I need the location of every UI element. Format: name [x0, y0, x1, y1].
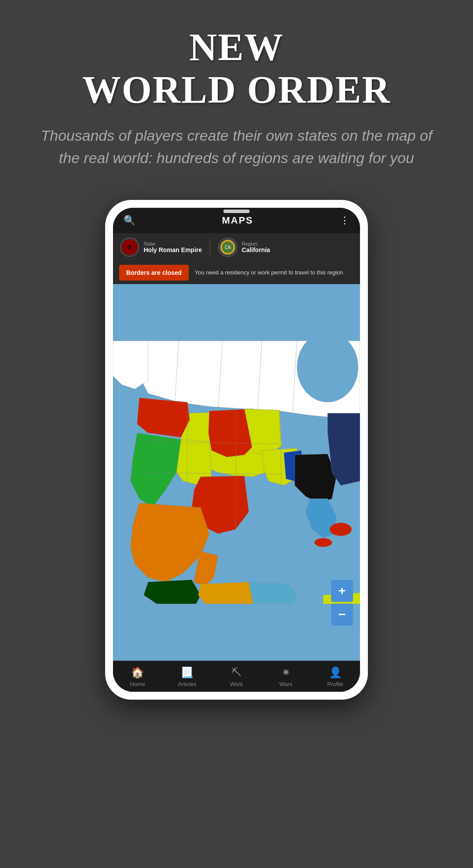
- articles-label: Articles: [178, 681, 197, 687]
- articles-icon: 📃: [180, 666, 194, 679]
- region-info: CA Region: California: [218, 238, 270, 257]
- home-icon: 🏠: [131, 666, 144, 679]
- search-icon[interactable]: 🔍: [124, 215, 135, 226]
- bottom-nav: 🏠 Home 📃 Articles ⛏ Work ✷ Wars 👤 P: [113, 661, 360, 692]
- svg-text:⚜: ⚜: [126, 243, 133, 252]
- svg-point-11: [297, 332, 358, 402]
- nav-wars[interactable]: ✷ Wars: [261, 666, 311, 687]
- main-title: New World Order: [35, 26, 438, 111]
- work-label: Work: [230, 681, 243, 687]
- border-notice-text: You need a residency or work permit to t…: [195, 269, 343, 277]
- map-svg: [113, 284, 360, 661]
- zoom-in-button[interactable]: +: [331, 580, 353, 602]
- border-notice-bar: Borders are closed You need a residency …: [113, 261, 360, 284]
- nav-home[interactable]: 🏠 Home: [113, 666, 162, 687]
- region-value: California: [242, 246, 270, 253]
- phone-container: 🔍 Maps ⋮ ⚜ State: Holy Roma: [0, 200, 473, 700]
- svg-point-26: [330, 523, 352, 536]
- svg-marker-30: [198, 582, 258, 604]
- wars-label: Wars: [279, 681, 293, 687]
- info-divider: [210, 238, 210, 256]
- state-text: State: Holy Roman Empire: [144, 241, 202, 253]
- app-title: Maps: [222, 215, 254, 226]
- border-closed-button[interactable]: Borders are closed: [119, 265, 189, 281]
- svg-marker-29: [144, 580, 201, 604]
- nav-work[interactable]: ⛏ Work: [212, 666, 261, 687]
- nav-profile[interactable]: 👤 Profile: [311, 666, 360, 687]
- nav-articles[interactable]: 📃 Articles: [162, 666, 212, 687]
- more-options-icon[interactable]: ⋮: [340, 215, 349, 226]
- state-info: ⚜ State: Holy Roman Empire: [120, 238, 202, 257]
- work-icon: ⛏: [231, 666, 242, 679]
- phone-speaker: [223, 210, 250, 213]
- state-emblem: ⚜: [120, 238, 139, 257]
- state-label: State:: [144, 241, 202, 246]
- state-value: Holy Roman Empire: [144, 246, 202, 253]
- info-bar: ⚜ State: Holy Roman Empire CA: [113, 233, 360, 261]
- profile-label: Profile: [327, 681, 343, 687]
- subtitle-text: Thousands of players create their own st…: [35, 125, 438, 169]
- zoom-controls: + −: [331, 580, 353, 626]
- region-text: Region: California: [242, 241, 270, 253]
- phone-outer: 🔍 Maps ⋮ ⚜ State: Holy Roma: [105, 200, 368, 700]
- wars-icon: ✷: [282, 666, 290, 679]
- zoom-out-button[interactable]: −: [331, 604, 353, 626]
- header-section: New World Order Thousands of players cre…: [0, 0, 473, 182]
- svg-text:CA: CA: [225, 245, 231, 250]
- profile-icon: 👤: [329, 666, 342, 679]
- region-label: Region:: [242, 241, 270, 246]
- svg-point-27: [314, 538, 332, 547]
- map-area[interactable]: + −: [113, 284, 360, 661]
- home-label: Home: [130, 681, 145, 687]
- phone-inner: 🔍 Maps ⋮ ⚜ State: Holy Roma: [113, 208, 360, 692]
- region-emblem: CA: [218, 238, 237, 257]
